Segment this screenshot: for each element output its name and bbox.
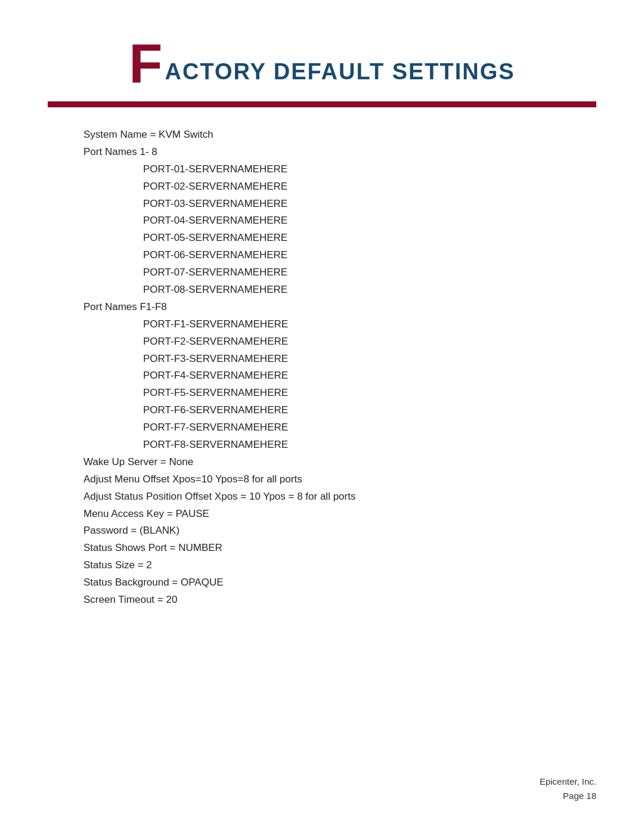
header-f-letter: F (129, 36, 162, 91)
password-line: Password = (BLANK) (83, 522, 596, 540)
list-item: PORT-F6-SERVERNAMEHERE (143, 402, 596, 419)
status-background-line: Status Background = OPAQUE (83, 574, 596, 592)
list-item: PORT-F4-SERVERNAMEHERE (143, 367, 596, 385)
list-item: PORT-04-SERVERNAMEHERE (143, 212, 596, 230)
list-item: PORT-F5-SERVERNAMEHERE (143, 385, 596, 402)
list-item: PORT-F2-SERVERNAMEHERE (143, 333, 596, 351)
list-item: PORT-03-SERVERNAMEHERE (143, 196, 596, 213)
list-item: PORT-F1-SERVERNAMEHERE (143, 316, 596, 333)
adjust-menu-offset-line: Adjust Menu Offset Xpos=10 Ypos=8 for al… (83, 471, 596, 488)
content-body: System Name = KVM Switch Port Names 1- 8… (83, 126, 596, 609)
red-divider-bar (48, 101, 596, 107)
list-item: PORT-07-SERVERNAMEHERE (143, 264, 596, 281)
port-names-1-8-list: PORT-01-SERVERNAMEHERE PORT-02-SERVERNAM… (143, 161, 596, 299)
list-item: PORT-08-SERVERNAMEHERE (143, 281, 596, 299)
footer-area: Epicenter, Inc. Page 18 (540, 775, 596, 803)
header-area: F ACTORY DEFAULT SETTINGS (48, 36, 596, 91)
screen-timeout-line: Screen Timeout = 20 (83, 592, 596, 609)
port-names-f1-f8-list: PORT-F1-SERVERNAMEHERE PORT-F2-SERVERNAM… (143, 316, 596, 454)
list-item: PORT-06-SERVERNAMEHERE (143, 247, 596, 264)
list-item: PORT-02-SERVERNAMEHERE (143, 178, 596, 196)
wake-up-server-line: Wake Up Server = None (83, 454, 596, 471)
port-names-f1-f8-label: Port Names F1-F8 (83, 299, 596, 316)
port-names-1-8-label: Port Names 1- 8 (83, 144, 596, 161)
status-shows-port-line: Status Shows Port = NUMBER (83, 540, 596, 557)
header-title: F ACTORY DEFAULT SETTINGS (48, 36, 596, 91)
list-item: PORT-F7-SERVERNAMEHERE (143, 419, 596, 436)
adjust-status-position-line: Adjust Status Position Offset Xpos = 10 … (83, 488, 596, 506)
status-size-line: Status Size = 2 (83, 557, 596, 574)
list-item: PORT-01-SERVERNAMEHERE (143, 161, 596, 178)
header-rest-title: ACTORY DEFAULT SETTINGS (165, 59, 515, 91)
system-name-line: System Name = KVM Switch (83, 126, 596, 144)
list-item: PORT-05-SERVERNAMEHERE (143, 230, 596, 247)
page-container: F ACTORY DEFAULT SETTINGS System Name = … (0, 0, 644, 833)
footer-company: Epicenter, Inc. (540, 775, 596, 789)
list-item: PORT-F8-SERVERNAMEHERE (143, 436, 596, 454)
footer-page: Page 18 (540, 789, 596, 803)
list-item: PORT-F3-SERVERNAMEHERE (143, 351, 596, 368)
menu-access-key-line: Menu Access Key = PAUSE (83, 506, 596, 523)
